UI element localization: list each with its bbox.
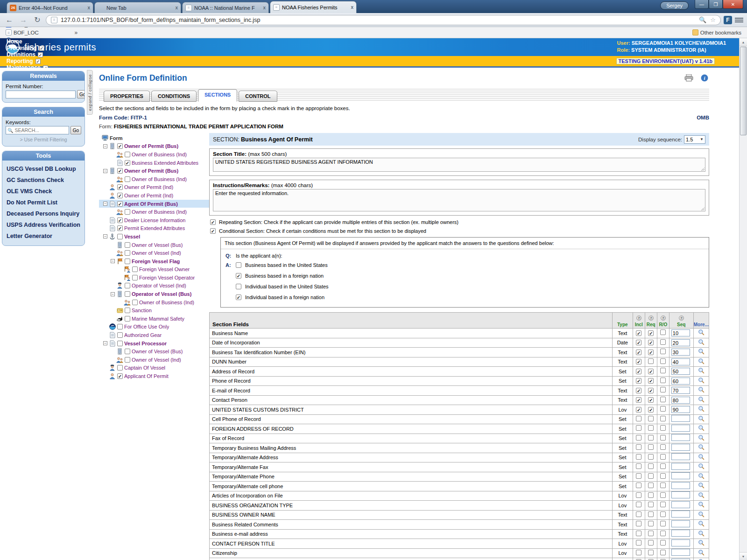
search-icon[interactable]: 🔍 (699, 16, 706, 23)
tab-close-icon[interactable]: x (175, 5, 178, 10)
seq-input[interactable] (671, 434, 690, 441)
tree-item[interactable]: Captain Of Vessel (99, 364, 209, 372)
tab-sections[interactable]: SECTIONS (198, 89, 237, 102)
req-checkbox[interactable] (648, 454, 654, 460)
seq-input[interactable] (671, 549, 690, 556)
close-button[interactable]: ✕ (723, 0, 743, 9)
tab-properties[interactable]: PROPERTIES (104, 91, 150, 102)
tab-control[interactable]: CONTROL (239, 91, 277, 102)
ro-checkbox[interactable] (660, 492, 666, 498)
field-detail-magnifier-icon[interactable] (698, 367, 705, 375)
req-checkbox[interactable] (648, 550, 654, 555)
tree-item-checkbox[interactable] (125, 308, 130, 313)
seq-input[interactable] (671, 463, 690, 470)
ro-checkbox[interactable] (660, 540, 666, 546)
ro-checkbox[interactable] (660, 378, 666, 383)
seq-input[interactable]: 80 (671, 397, 690, 404)
seq-input[interactable] (671, 444, 690, 451)
ro-checkbox[interactable] (660, 502, 666, 507)
tree-item-checkbox[interactable] (117, 365, 123, 371)
omb-link[interactable]: OMB (697, 115, 709, 120)
answer-checkbox[interactable] (236, 294, 241, 300)
tree-item-checkbox[interactable] (125, 283, 130, 288)
tree-item-checkbox[interactable] (125, 250, 130, 256)
ro-checkbox[interactable] (660, 531, 666, 536)
tree-item[interactable]: −Foreign Vessel Flag (99, 257, 209, 266)
scroll-up-icon[interactable]: ▲ (740, 38, 747, 46)
help-icon[interactable]: ? (648, 315, 654, 321)
req-checkbox[interactable] (648, 369, 654, 374)
incl-checkbox[interactable] (636, 502, 641, 507)
incl-checkbox[interactable] (636, 435, 641, 441)
answer-checkbox[interactable] (236, 262, 241, 268)
tree-item-checkbox[interactable] (117, 341, 123, 346)
tree-expander-icon[interactable]: − (103, 341, 107, 345)
tool-link[interactable]: USCG Vessel DB Lookup (6, 163, 81, 175)
incl-checkbox[interactable] (636, 350, 641, 355)
req-checkbox[interactable] (648, 378, 654, 384)
req-checkbox[interactable] (648, 425, 654, 431)
req-checkbox[interactable] (648, 531, 654, 536)
incl-checkbox[interactable] (636, 340, 641, 345)
ro-checkbox[interactable] (660, 483, 666, 488)
print-icon[interactable] (684, 74, 693, 83)
seq-input[interactable]: 90 (671, 406, 690, 413)
tree-item[interactable]: Applicant Of Permit (99, 372, 209, 380)
tree-item[interactable]: Permit Extended Attributes (99, 224, 209, 233)
seq-input[interactable]: 10 (671, 329, 690, 336)
req-checkbox[interactable] (648, 407, 654, 413)
tool-link[interactable]: Deceased Persons Inquiry (6, 208, 81, 219)
req-checkbox[interactable] (648, 435, 654, 441)
nav-item-definitions[interactable]: Definitions✓ (7, 51, 48, 58)
ro-checkbox[interactable] (660, 550, 666, 555)
tree-expander-icon[interactable]: − (111, 292, 115, 296)
tree-item[interactable]: −Agent Of Permit (Bus) (99, 200, 209, 208)
incl-checkbox[interactable] (636, 492, 641, 498)
seq-input[interactable] (671, 539, 690, 546)
tree-item-checkbox[interactable] (125, 152, 130, 157)
tree-item-checkbox[interactable] (125, 316, 130, 322)
tool-link[interactable]: Letter Generator (6, 231, 81, 242)
tree-item-checkbox[interactable] (117, 373, 123, 379)
tree-item[interactable]: −Vessel (99, 232, 209, 241)
tab-close-icon[interactable]: x (263, 5, 266, 10)
tree-item-checkbox[interactable] (125, 160, 130, 166)
tool-link[interactable]: USPS Address Verification (6, 219, 81, 231)
nav-item-processing[interactable]: Processing✓ (7, 45, 48, 51)
minimize-button[interactable]: — (695, 0, 709, 9)
incl-checkbox[interactable] (636, 359, 641, 364)
tree-item[interactable]: −Operator of Vessel (Bus) (99, 290, 209, 298)
field-detail-magnifier-icon[interactable] (698, 501, 705, 509)
bookmark-star-icon[interactable]: ☆ (710, 16, 716, 23)
seq-input[interactable]: 50 (671, 368, 690, 375)
tree-item[interactable]: Owner of Vessel (Ind) (99, 249, 209, 257)
field-detail-magnifier-icon[interactable] (698, 329, 705, 337)
field-detail-magnifier-icon[interactable] (698, 539, 705, 547)
tree-expander-icon[interactable]: − (103, 144, 107, 148)
field-detail-magnifier-icon[interactable] (698, 396, 705, 404)
incl-checkbox[interactable] (636, 550, 641, 555)
ro-checkbox[interactable] (660, 329, 666, 335)
seq-input[interactable] (671, 501, 690, 508)
field-detail-magnifier-icon[interactable] (698, 482, 705, 490)
field-detail-magnifier-icon[interactable] (698, 530, 705, 538)
tree-item-checkbox[interactable] (125, 259, 130, 264)
repeating-section-checkbox[interactable] (210, 219, 216, 225)
back-button[interactable]: ← (4, 16, 15, 24)
tree-item-checkbox[interactable] (125, 357, 130, 363)
tree-item[interactable]: Foreign Vessel Operator (99, 273, 209, 282)
ro-checkbox[interactable] (660, 416, 666, 421)
conditional-section-checkbox[interactable] (210, 228, 216, 234)
address-bar[interactable]: ≡ 127.0.0.1:7101/NPS_BOF/bof_form_def/np… (46, 15, 721, 25)
tree-item[interactable]: Operator of Vessel (Ind) (99, 282, 209, 290)
answer-checkbox[interactable] (236, 284, 241, 289)
field-detail-magnifier-icon[interactable] (698, 549, 705, 557)
req-checkbox[interactable] (648, 463, 654, 469)
tree-item-checkbox[interactable] (132, 300, 138, 305)
incl-checkbox[interactable] (636, 378, 641, 384)
field-detail-magnifier-icon[interactable] (698, 520, 705, 528)
seq-input[interactable]: 30 (671, 349, 690, 356)
keywords-input[interactable] (14, 127, 67, 133)
permit-filtering-link[interactable]: > Use Permit Filtering (6, 137, 81, 142)
ro-checkbox[interactable] (660, 349, 666, 354)
